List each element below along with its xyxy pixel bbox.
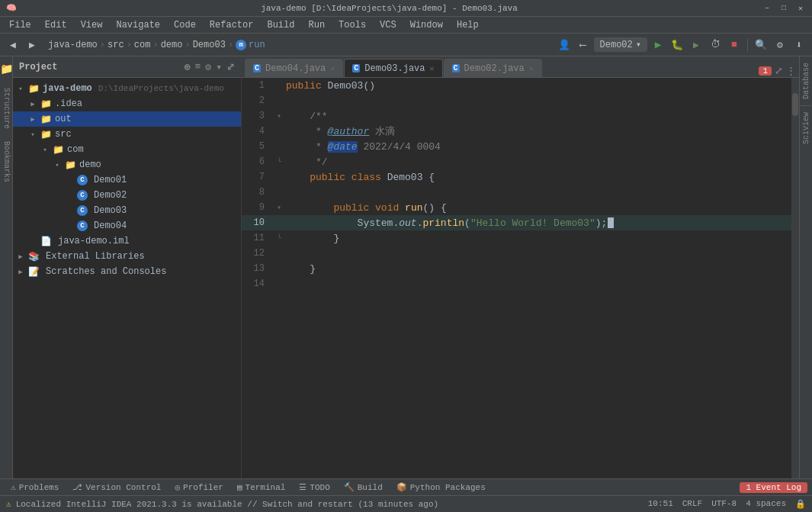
- bottom-tab-profiler[interactable]: ◎ Profiler: [168, 480, 229, 495]
- tab-demo03[interactable]: C Demo03.java ✕: [344, 59, 442, 77]
- panel-add-icon[interactable]: ⊕: [185, 61, 191, 73]
- panel-hide-icon[interactable]: ▾: [216, 61, 222, 73]
- code-editor[interactable]: 1 public Demo03() 2 3 ▾ /**: [242, 78, 791, 478]
- account-button[interactable]: 👤: [556, 37, 573, 53]
- event-log-badge[interactable]: 1 Event Log: [740, 482, 807, 493]
- search-everywhere-button[interactable]: 🔍: [753, 37, 769, 53]
- tree-item-com[interactable]: ▾ 📁 com: [13, 142, 241, 157]
- breadcrumb-com[interactable]: com: [134, 40, 151, 50]
- scratches-icon: 📝: [28, 266, 40, 278]
- tab-demo04[interactable]: C Demo04.java ✕: [245, 59, 343, 77]
- minimize-button[interactable]: –: [762, 3, 772, 14]
- menu-refactor[interactable]: Refactor: [204, 18, 260, 32]
- status-line-ending[interactable]: CRLF: [682, 499, 702, 509]
- tree-item-demo04[interactable]: ▶ C Demo04: [13, 218, 241, 233]
- bottom-tab-vcs[interactable]: ⎇ Version Control: [66, 480, 167, 495]
- class-icon-demo04: C: [77, 221, 88, 231]
- tree-item-src[interactable]: ▾ 📁 src: [13, 127, 241, 142]
- sidebar-project-icon[interactable]: 📁: [0, 60, 14, 79]
- tree-item-demo[interactable]: ▾ 📁 demo: [13, 157, 241, 172]
- menu-edit[interactable]: Edit: [39, 18, 73, 32]
- tab-demo02[interactable]: C Demo02.java ✕: [444, 59, 542, 77]
- status-message[interactable]: Localized IntelliJ IDEA 2021.3.3 is avai…: [16, 500, 644, 509]
- right-separator: [801, 105, 811, 106]
- vertical-scrollbar[interactable]: [791, 78, 799, 478]
- panel-expand-icon[interactable]: ⤢: [226, 61, 235, 73]
- breadcrumb-class[interactable]: Demo03: [193, 40, 226, 50]
- menu-bar: File Edit View Navigate Code Refactor Bu…: [0, 17, 812, 34]
- code-text-4: * @author 水滴: [286, 124, 791, 138]
- menu-build[interactable]: Build: [261, 18, 300, 32]
- bottom-right: 1 Event Log: [740, 482, 807, 493]
- close-button[interactable]: ✕: [795, 3, 806, 14]
- bottom-tab-todo[interactable]: ☰ TODO: [293, 480, 335, 495]
- settings-button[interactable]: ⚙: [772, 37, 788, 53]
- tree-arrow-scratches: ▶: [16, 267, 25, 276]
- right-label-sciview[interactable]: SciView: [801, 109, 812, 147]
- left-sidebar: 📁 Structure Bookmarks: [0, 56, 13, 478]
- back-button[interactable]: ◀: [5, 37, 21, 53]
- bottom-tab-problems[interactable]: ⚠ Problems: [5, 480, 65, 495]
- menu-tools[interactable]: Tools: [332, 18, 372, 32]
- code-line-11: 11 └ }: [242, 230, 791, 246]
- scrollbar-thumb[interactable]: [792, 93, 798, 116]
- bottom-tab-build[interactable]: 🔨 Build: [338, 480, 389, 495]
- debug-button[interactable]: 🐛: [669, 37, 685, 53]
- tree-item-demo03[interactable]: ▶ C Demo03: [13, 203, 241, 218]
- gutter-6: └: [272, 158, 286, 166]
- tree-item-out[interactable]: ▶ 📁 out: [13, 111, 241, 127]
- bottom-tab-python[interactable]: 📦 Python Packages: [390, 480, 492, 495]
- tree-item-root[interactable]: ▾ 📁 java-demo D:\IdeaProjects\java-demo: [13, 81, 241, 96]
- run-config-selector[interactable]: Demo02 ▾: [594, 37, 647, 52]
- breadcrumb-demo[interactable]: demo: [161, 40, 183, 50]
- run-with-coverage[interactable]: ▶: [688, 37, 704, 53]
- run-button[interactable]: ▶: [650, 37, 666, 53]
- run-config-chevron: ▾: [636, 39, 641, 50]
- code-view[interactable]: 1 public Demo03() 2 3 ▾ /**: [242, 78, 799, 478]
- menu-vcs[interactable]: VCS: [374, 18, 403, 32]
- tree-item-iml[interactable]: ▶ 📄 java-demo.iml: [13, 233, 241, 249]
- code-text-6: */: [286, 156, 791, 168]
- tree-item-demo02[interactable]: ▶ C Demo02: [13, 188, 241, 203]
- forward-button[interactable]: ▶: [24, 37, 40, 53]
- tree-item-idea[interactable]: ▶ 📁 .idea: [13, 96, 241, 111]
- menu-navigate[interactable]: Navigate: [110, 18, 166, 32]
- breadcrumb-project[interactable]: java-demo: [48, 40, 98, 50]
- stop-button[interactable]: ■: [726, 37, 743, 53]
- menu-file[interactable]: File: [3, 18, 37, 32]
- sidebar-bookmarks-label[interactable]: Bookmarks: [1, 138, 12, 185]
- panel-scope-icon[interactable]: ≡: [195, 61, 201, 72]
- profile-button[interactable]: ⏱: [707, 37, 724, 53]
- maximize-button[interactable]: □: [778, 3, 789, 14]
- tree-item-demo01[interactable]: ▶ C Demo01: [13, 172, 241, 188]
- status-indent[interactable]: 4 spaces: [746, 499, 786, 509]
- tab-close-demo03[interactable]: ✕: [430, 64, 435, 73]
- status-encoding[interactable]: UTF-8: [711, 499, 737, 509]
- tree-item-scratches[interactable]: ▶ 📝 Scratches and Consoles: [13, 264, 241, 279]
- tree-path-root: D:\IdeaProjects\java-demo: [98, 84, 224, 93]
- menu-window[interactable]: Window: [404, 18, 449, 32]
- code-line-13: 13 }: [242, 261, 791, 276]
- breadcrumb-method[interactable]: run: [249, 40, 265, 50]
- update-button[interactable]: ⬇: [791, 37, 807, 53]
- code-text-3: /**: [286, 111, 791, 122]
- line-num-11: 11: [242, 233, 272, 243]
- menu-view[interactable]: View: [75, 18, 109, 32]
- bottom-tab-terminal[interactable]: ▤ Terminal: [231, 480, 291, 495]
- editor-split-icon[interactable]: ⤢: [775, 65, 783, 77]
- tab-label-demo03: Demo03.java: [364, 63, 425, 74]
- breadcrumb-src[interactable]: src: [108, 40, 124, 50]
- tree-item-ext-libs[interactable]: ▶ 📚 External Libraries: [13, 249, 241, 264]
- right-label-database[interactable]: Database: [801, 60, 812, 102]
- window-title: java-demo [D:\IdeaProjects\java-demo] - …: [17, 4, 762, 13]
- editor-menu-icon[interactable]: ⋮: [786, 65, 796, 77]
- tab-close-demo04[interactable]: ✕: [330, 64, 335, 73]
- sidebar-structure-label[interactable]: Structure: [1, 85, 12, 132]
- tab-close-demo02[interactable]: ✕: [529, 64, 534, 73]
- vcs-update-button[interactable]: ⟵: [575, 37, 592, 53]
- menu-code[interactable]: Code: [168, 18, 202, 32]
- panel-gear-icon[interactable]: ⚙: [205, 61, 211, 73]
- menu-run[interactable]: Run: [302, 18, 331, 32]
- toolbar: ◀ ▶ java-demo › src › com › demo › Demo0…: [0, 34, 812, 56]
- menu-help[interactable]: Help: [451, 18, 485, 32]
